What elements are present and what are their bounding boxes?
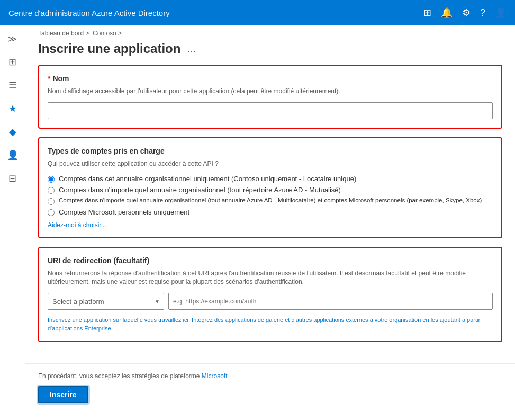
- topbar: Centre d'administration Azure Active Dir…: [0, 0, 515, 25]
- sidebar-item-list[interactable]: ☰: [2, 75, 23, 96]
- uri-info-text-content: Inscrivez une application sur laquelle v…: [48, 317, 480, 331]
- help-icon[interactable]: ?: [480, 7, 485, 19]
- terms-prefix: En procédant, vous acceptez les stratégi…: [38, 372, 202, 380]
- radio-option-2[interactable]: Comptes dans n'importe quel annuaire org…: [48, 186, 493, 194]
- radio-option-1[interactable]: Comptes dans cet annuaire organisationne…: [48, 175, 493, 183]
- terms-link[interactable]: Microsoft: [202, 372, 228, 380]
- footer-area: En procédant, vous acceptez les stratégi…: [25, 363, 515, 412]
- register-button[interactable]: Inscrire: [38, 386, 88, 403]
- main-content: Tableau de bord > Contoso > Inscrire une…: [25, 25, 515, 420]
- radio-input-3[interactable]: [48, 198, 55, 205]
- page-more-button[interactable]: ...: [187, 43, 196, 55]
- radio-input-2[interactable]: [48, 187, 55, 194]
- nom-input[interactable]: [48, 102, 493, 119]
- radio-label-2: Comptes dans n'importe quel annuaire org…: [59, 186, 341, 194]
- nom-section-title: *Nom: [48, 74, 493, 83]
- radio-option-4[interactable]: Comptes Microsoft personnels uniquement: [48, 208, 493, 216]
- uri-section-desc: Nous retournerons la réponse d'authentif…: [48, 269, 493, 287]
- required-marker: *: [48, 74, 50, 83]
- topbar-icons: ⊞ 🔔 ⚙ ? 👤: [423, 7, 507, 19]
- help-link[interactable]: Aidez-moi à choisir...: [48, 221, 106, 229]
- radio-option-3[interactable]: Comptes dans n'importe quel annuaire org…: [48, 197, 493, 205]
- uri-input[interactable]: [168, 293, 493, 310]
- radio-input-1[interactable]: [48, 176, 55, 183]
- form-area: *Nom Nom d'affichage accessible par l'ut…: [25, 65, 515, 363]
- breadcrumb: Tableau de bord > Contoso >: [25, 25, 515, 37]
- sidebar-item-favorites[interactable]: ★: [2, 98, 23, 119]
- terms-text: En procédant, vous acceptez les stratégi…: [38, 372, 502, 380]
- portal-icon[interactable]: ⊞: [423, 7, 431, 19]
- radio-label-3: Comptes dans n'importe quel annuaire org…: [59, 197, 482, 203]
- page-title: Inscrire une application: [38, 41, 180, 56]
- gear-icon[interactable]: ⚙: [462, 7, 471, 19]
- bell-icon[interactable]: 🔔: [441, 7, 453, 19]
- account-types-title: Types de comptes pris en charge: [48, 147, 493, 155]
- radio-label-4: Comptes Microsoft personnels uniquement: [59, 208, 189, 216]
- nom-section: *Nom Nom d'affichage accessible par l'ut…: [38, 65, 502, 129]
- radio-input-4[interactable]: [48, 209, 55, 216]
- uri-section-title: URI de redirection (facultatif): [48, 256, 493, 265]
- sidebar-item-dashboard[interactable]: ⊞: [2, 51, 23, 73]
- user-icon[interactable]: 👤: [495, 7, 507, 19]
- uri-info-text: Inscrivez une application sur laquelle v…: [48, 316, 493, 333]
- account-types-question: Qui pouvez utiliser cette application ou…: [48, 159, 493, 168]
- uri-inputs: Select a platform Web SPA Public client/…: [48, 293, 493, 310]
- sidebar-item-azuread[interactable]: ◆: [2, 121, 23, 142]
- radio-label-1: Comptes dans cet annuaire organisationne…: [59, 175, 356, 183]
- topbar-title: Centre d'administration Azure Active Dir…: [8, 8, 423, 17]
- radio-group: Comptes dans cet annuaire organisationne…: [48, 175, 493, 216]
- sidebar: ≫ ⊞ ☰ ★ ◆ 👤 ⊟: [0, 25, 25, 420]
- uri-section: URI de redirection (facultatif) Nous ret…: [38, 247, 502, 342]
- layout: ≫ ⊞ ☰ ★ ◆ 👤 ⊟ Tableau de bord > Contoso …: [0, 25, 515, 420]
- sidebar-item-apps[interactable]: ⊟: [2, 168, 23, 189]
- platform-select[interactable]: Select a platform Web SPA Public client/…: [48, 293, 164, 310]
- nom-section-desc: Nom d'affichage accessible par l'utilisa…: [48, 87, 493, 96]
- sidebar-toggle[interactable]: ≫: [4, 30, 21, 48]
- sidebar-item-users[interactable]: 👤: [2, 145, 23, 166]
- account-types-section: Types de comptes pris en charge Qui pouv…: [38, 137, 502, 238]
- platform-select-wrapper: Select a platform Web SPA Public client/…: [48, 293, 164, 310]
- page-header: Inscrire une application ...: [25, 37, 515, 65]
